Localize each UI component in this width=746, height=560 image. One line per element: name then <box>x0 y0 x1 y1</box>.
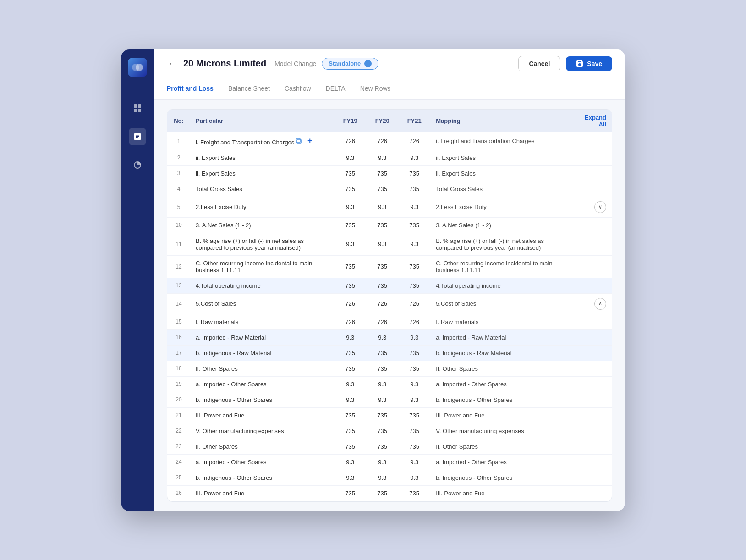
cell-particular: b. Indigenous - Other Spares <box>190 470 334 485</box>
cell-particular: II. Other Spares <box>190 439 334 454</box>
save-button[interactable]: Save <box>566 56 612 71</box>
collapse-button[interactable]: ∨ <box>594 201 606 213</box>
cell-mapping: ii. Export Sales <box>430 150 574 165</box>
cell-fy20: 735 <box>366 181 398 197</box>
cell-fy19: 735 <box>334 181 366 197</box>
tab-balance-sheet[interactable]: Balance Sheet <box>228 78 270 99</box>
cell-action <box>574 361 612 376</box>
table-row: 103. A.Net Sales (1 - 2)7357357353. A.Ne… <box>167 217 612 233</box>
tab-delta[interactable]: DELTA <box>326 78 346 99</box>
data-table: No: Particular FY19 FY20 FY21 Mapping Ex… <box>167 110 612 501</box>
cell-fy19: 9.3 <box>334 392 366 407</box>
cell-fy21: 726 <box>398 293 430 314</box>
table-row: 145.Cost of Sales7267267265.Cost of Sale… <box>167 293 612 314</box>
svg-rect-8 <box>136 136 139 137</box>
cell-no: 16 <box>167 329 190 345</box>
tab-new-rows[interactable]: New Rows <box>360 78 391 99</box>
cell-no: 14 <box>167 293 190 314</box>
cell-no: 20 <box>167 392 190 407</box>
svg-point-1 <box>136 64 143 71</box>
cell-action <box>574 181 612 197</box>
copy-icon[interactable] <box>294 137 303 146</box>
table-row: 23II. Other Spares735735735II. Other Spa… <box>167 439 612 454</box>
cell-mapping: 2.Less Excise Duty <box>430 197 574 217</box>
cell-no: 26 <box>167 485 190 501</box>
cell-fy19: 9.3 <box>334 376 366 392</box>
cell-particular: a. Imported - Raw Material <box>190 329 334 345</box>
cell-no: 17 <box>167 345 190 361</box>
cell-action <box>574 423 612 439</box>
cell-mapping: II. Other Spares <box>430 439 574 454</box>
cell-fy19: 9.3 <box>334 470 366 485</box>
cell-fy19: 735 <box>334 361 366 376</box>
cell-no: 18 <box>167 361 190 376</box>
standalone-toggle[interactable] <box>364 60 372 67</box>
cell-fy20: 735 <box>366 361 398 376</box>
cancel-button[interactable]: Cancel <box>518 56 560 71</box>
cell-fy19: 735 <box>334 345 366 361</box>
cell-fy19: 735 <box>334 278 366 293</box>
cell-mapping: b. Indigenous - Raw Material <box>430 345 574 361</box>
table-row: 1i. Freight and Transportation Charges +… <box>167 132 612 150</box>
model-change-label: Model Change <box>274 60 316 67</box>
expand-button[interactable]: ∧ <box>594 298 606 310</box>
cell-fy20: 9.3 <box>366 329 398 345</box>
table-row: 18II. Other Spares735735735II. Other Spa… <box>167 361 612 376</box>
add-icon[interactable]: + <box>305 137 314 146</box>
cell-particular: C. Other recurring income incidental to … <box>190 255 334 278</box>
cell-action: ∨ <box>574 197 612 217</box>
cell-particular: I. Raw materials <box>190 314 334 329</box>
standalone-badge[interactable]: Standalone <box>322 58 378 70</box>
col-fy21: FY21 <box>398 110 430 132</box>
cell-fy21: 9.3 <box>398 392 430 407</box>
tab-cashflow[interactable]: Cashflow <box>285 78 311 99</box>
tab-profit-loss[interactable]: Profit and Loss <box>167 78 214 99</box>
cell-mapping: ii. Export Sales <box>430 165 574 181</box>
cell-no: 4 <box>167 181 190 197</box>
cell-no: 21 <box>167 407 190 423</box>
tab-bar: Profit and Loss Balance Sheet Cashflow D… <box>154 78 625 100</box>
sidebar-icon-grid[interactable] <box>129 99 146 117</box>
col-particular: Particular <box>190 110 334 132</box>
cell-action <box>574 278 612 293</box>
cell-fy20: 735 <box>366 165 398 181</box>
cell-fy21: 9.3 <box>398 197 430 217</box>
cell-action <box>574 485 612 501</box>
cell-particular: 2.Less Excise Duty <box>190 197 334 217</box>
cell-mapping: a. Imported - Other Spares <box>430 454 574 470</box>
table-row: 22V. Other manufacturing expenses7357357… <box>167 423 612 439</box>
svg-rect-4 <box>134 109 137 112</box>
cell-fy20: 726 <box>366 132 398 150</box>
cell-fy20: 9.3 <box>366 392 398 407</box>
cell-particular: i. Freight and Transportation Charges + <box>190 132 334 150</box>
cell-fy21: 735 <box>398 423 430 439</box>
cell-fy21: 735 <box>398 407 430 423</box>
cell-fy19: 735 <box>334 407 366 423</box>
back-button[interactable]: ← <box>167 58 178 70</box>
cell-action <box>574 233 612 255</box>
save-icon <box>576 60 583 67</box>
app-window: ← 20 Microns Limited Model Change Standa… <box>121 49 625 511</box>
cell-no: 2 <box>167 150 190 165</box>
cell-mapping: I. Raw materials <box>430 314 574 329</box>
table-row: 52.Less Excise Duty9.39.39.32.Less Excis… <box>167 197 612 217</box>
cell-action <box>574 376 612 392</box>
sidebar-icon-chart[interactable] <box>129 156 146 174</box>
cell-fy21: 735 <box>398 165 430 181</box>
cell-mapping: a. Imported - Other Spares <box>430 376 574 392</box>
cell-no: 23 <box>167 439 190 454</box>
cell-mapping: II. Other Spares <box>430 361 574 376</box>
cell-action <box>574 314 612 329</box>
expand-all-button[interactable]: Expand All <box>574 110 612 132</box>
sidebar-icon-doc[interactable] <box>129 128 146 145</box>
cell-fy19: 9.3 <box>334 233 366 255</box>
col-mapping: Mapping <box>430 110 574 132</box>
cell-particular: 3. A.Net Sales (1 - 2) <box>190 217 334 233</box>
cell-action <box>574 392 612 407</box>
cell-action <box>574 165 612 181</box>
cell-fy20: 735 <box>366 255 398 278</box>
cell-action <box>574 132 612 150</box>
cell-mapping: a. Imported - Raw Material <box>430 329 574 345</box>
cell-fy21: 726 <box>398 314 430 329</box>
cell-action <box>574 407 612 423</box>
